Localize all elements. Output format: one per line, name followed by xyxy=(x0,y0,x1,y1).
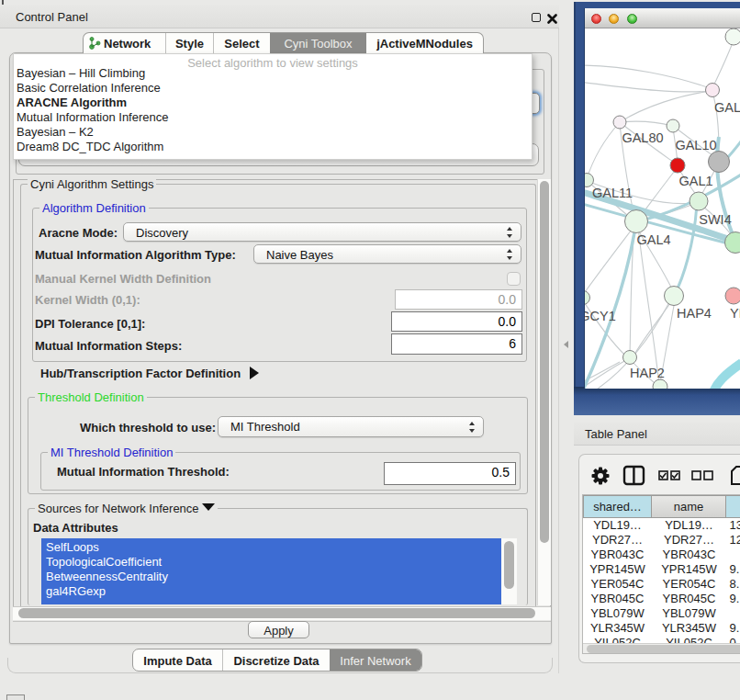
svg-text:GAL80: GAL80 xyxy=(622,130,663,145)
svg-text:HAP4: HAP4 xyxy=(677,306,712,321)
svg-text:GAL7: GAL7 xyxy=(714,100,740,115)
svg-text:YD: YD xyxy=(730,306,740,321)
svg-text:SWI4: SWI4 xyxy=(699,212,731,227)
svg-text:GCY1: GCY1 xyxy=(585,309,616,323)
svg-text:GAL1: GAL1 xyxy=(678,174,712,188)
svg-text:GAL4: GAL4 xyxy=(636,232,670,247)
svg-text:GAL10: GAL10 xyxy=(675,138,716,152)
svg-text:HAP2: HAP2 xyxy=(630,366,665,380)
svg-text:GAL11: GAL11 xyxy=(592,186,633,200)
